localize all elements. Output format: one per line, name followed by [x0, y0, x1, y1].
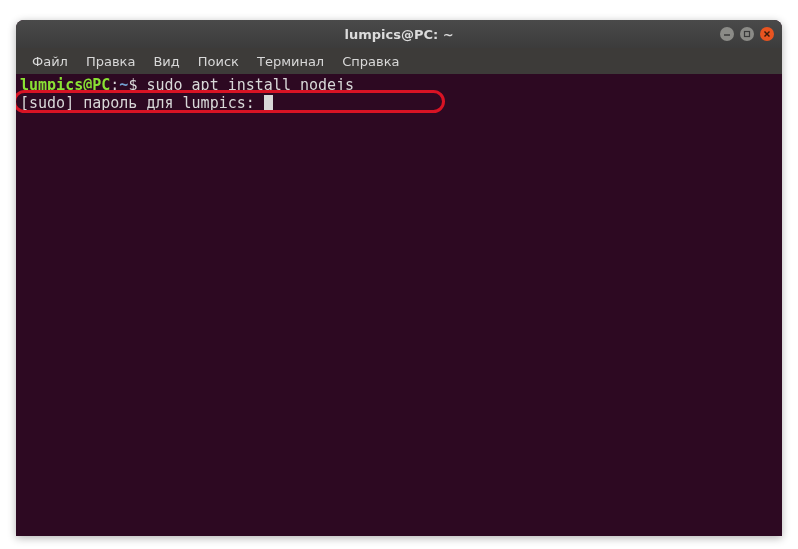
- minimize-button[interactable]: [720, 27, 734, 41]
- prompt-sep: :: [110, 76, 119, 94]
- password-prompt-text: [sudo] пароль для lumpics:: [20, 94, 264, 112]
- menu-search[interactable]: Поиск: [190, 51, 247, 72]
- close-icon: [763, 30, 771, 38]
- menu-file[interactable]: Файл: [24, 51, 76, 72]
- terminal-line-password: [sudo] пароль для lumpics:: [20, 94, 778, 112]
- cursor-icon: [264, 95, 273, 111]
- terminal-output-area[interactable]: lumpics@PC:~$ sudo apt install nodejs [s…: [16, 74, 782, 536]
- terminal-window: lumpics@PC: ~ Файл Правка Вид: [16, 20, 782, 536]
- terminal-line-command: lumpics@PC:~$ sudo apt install nodejs: [20, 76, 778, 94]
- menu-edit[interactable]: Правка: [78, 51, 143, 72]
- maximize-button[interactable]: [740, 27, 754, 41]
- entered-command: sudo apt install nodejs: [146, 76, 354, 94]
- close-button[interactable]: [760, 27, 774, 41]
- svg-rect-1: [745, 32, 750, 37]
- menubar: Файл Правка Вид Поиск Терминал Справка: [16, 48, 782, 74]
- window-controls: [720, 27, 774, 41]
- window-title: lumpics@PC: ~: [344, 27, 453, 42]
- prompt-user-host: lumpics@PC: [20, 76, 110, 94]
- menu-help[interactable]: Справка: [334, 51, 407, 72]
- maximize-icon: [743, 30, 751, 38]
- menu-view[interactable]: Вид: [145, 51, 187, 72]
- menu-terminal[interactable]: Терминал: [249, 51, 332, 72]
- window-titlebar: lumpics@PC: ~: [16, 20, 782, 48]
- minimize-icon: [723, 30, 731, 38]
